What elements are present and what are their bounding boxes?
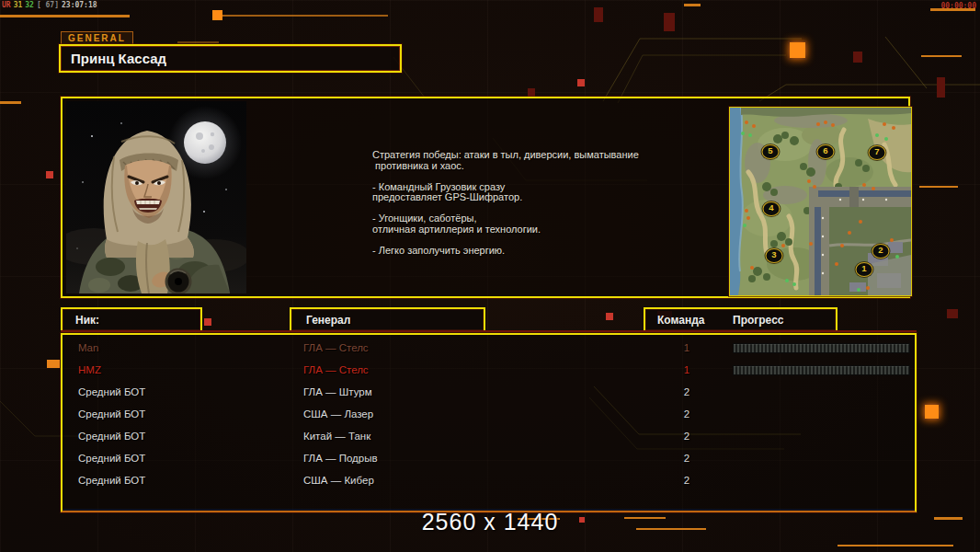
moon [184,121,226,164]
player-nick: Man [78,337,98,359]
map-start-position-6: 6 [817,144,835,159]
general-name-panel: Принц Кассад [59,44,402,73]
player-team: 1 [677,337,697,359]
map-resolution-label: 2560 x 1440 [0,509,980,535]
general-header-label: Генерал [306,314,350,327]
player-team: 2 [677,447,697,469]
general-tag-label: GENERAL [61,31,133,45]
players-table-body: ManГЛА — Стелс1HMZГЛА — Стелс1Средний БО… [63,337,915,511]
overlay-clock: 23:07:18 [62,1,97,9]
description-line [372,171,685,182]
overlay-extra-value: [ 67] [37,1,59,9]
map-start-position-1: 1 [856,262,873,277]
map-start-positions: 1234567 [730,108,911,295]
player-general: ГЛА — Стелс [303,359,369,381]
loading-progress-bar [733,343,910,353]
player-row: Средний БОТКитай — Танк2 [63,425,915,447]
player-general: ГЛА — Штурм [303,381,372,403]
loading-progress-bar [733,365,910,375]
general-portrait [66,101,246,293]
general-info-panel: Стратегия победы: атаки в тыл, диверсии,… [61,97,910,298]
player-row: Средний БОТСША — Кибер2 [63,469,915,491]
general-name: Принц Кассад [61,46,400,66]
game-loading-screen: UR3132[ 67]23:07:18 00:00:00 GENERAL При… [0,0,980,552]
description-line: - Легко заполучить энергию. [372,246,685,257]
player-nick: HMZ [78,359,101,381]
map-thumbnail: 1234567 [729,107,912,296]
player-team: 2 [677,425,697,447]
player-nick: Средний БОТ [78,381,145,403]
column-header-nick: Ник: [61,307,202,332]
general-description: Стратегия победы: атаки в тыл, диверсии,… [372,150,685,256]
description-line: Стратегия победы: атаки в тыл, диверсии,… [372,150,685,161]
map-start-position-3: 3 [766,248,783,263]
player-nick: Средний БОТ [78,403,145,425]
map-start-position-4: 4 [763,201,781,216]
player-team: 2 [677,403,697,425]
team-header-label: Команда [657,314,704,327]
description-line: - Угонщики, саботёры, [372,213,685,224]
players-panel: ManГЛА — Стелс1HMZГЛА — Стелс1Средний БО… [61,333,917,512]
player-team: 2 [677,469,697,491]
column-header-general: Генерал [290,307,485,332]
player-row: Средний БОТГЛА — Подрыв2 [63,447,915,469]
match-timer: 00:00:00 [940,2,976,10]
player-row: Средний БОТГЛА — Штурм2 [63,381,915,403]
map-start-position-7: 7 [869,145,886,160]
player-nick: Средний БОТ [78,469,145,491]
player-row: ManГЛА — Стелс1 [63,337,915,359]
description-line [372,235,685,246]
overlay-secondary-value: 32 [25,1,34,9]
description-line: предоставляет GPS-Шифратор. [372,192,685,203]
portrait-art [66,101,246,293]
map-start-position-2: 2 [872,244,890,259]
overlay-fps-value: 31 [14,1,23,9]
player-nick: Средний БОТ [78,447,145,469]
player-general: Китай — Танк [303,425,370,447]
description-line: противника и хаос. [372,161,685,172]
overlay-renderer-label: UR [2,1,11,9]
map-start-position-5: 5 [762,144,780,159]
player-general: США — Кибер [303,469,374,491]
player-general: ГЛА — Стелс [303,337,369,359]
player-row: HMZГЛА — Стелс1 [63,359,915,381]
player-team: 1 [677,359,697,381]
player-nick: Средний БОТ [78,425,145,447]
column-header-team-progress: Команда Прогресс [644,307,838,332]
player-general: США — Лазер [303,403,373,425]
nick-header-label: Ник: [75,314,99,327]
player-row: Средний БОТСША — Лазер2 [63,403,915,425]
player-general: ГЛА — Подрыв [303,447,378,469]
progress-header-label: Прогресс [733,314,783,327]
description-line: отличная артиллерия и технологии. [372,224,685,236]
fps-overlay: UR3132[ 67]23:07:18 [2,1,100,9]
player-team: 2 [677,381,697,403]
